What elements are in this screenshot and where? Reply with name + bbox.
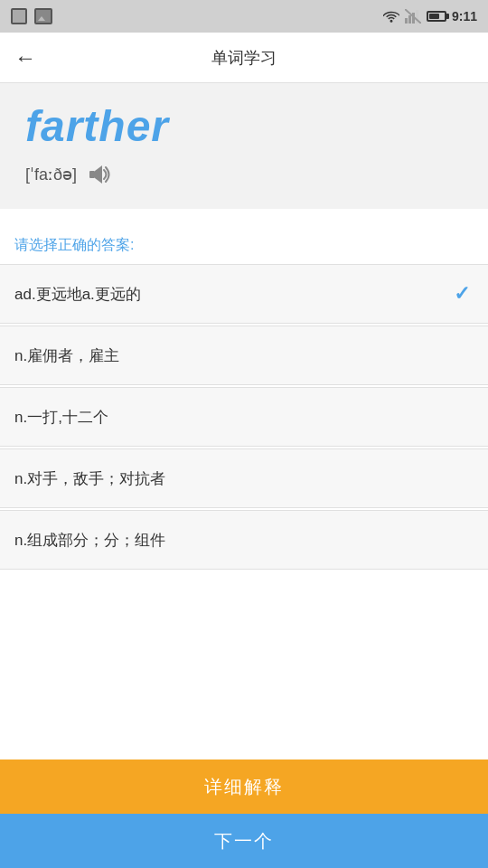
wifi-icon [383,10,399,23]
option-text-5: n.组成部分；分；组件 [14,530,165,551]
option-text-2: n.雇佣者，雇主 [14,345,119,366]
svg-rect-5 [89,171,95,178]
detail-button[interactable]: 详细解释 [0,760,488,814]
option-item-1[interactable]: ad.更远地a.更远的 ✓ [0,264,488,324]
option-text-1: ad.更远地a.更远的 [14,284,141,305]
option-item-5[interactable]: n.组成部分；分；组件 [0,510,488,570]
divider [0,209,488,227]
signal-icon [405,9,421,24]
svg-marker-6 [95,165,102,184]
status-time: 9:11 [452,9,477,24]
square-icon [11,8,27,24]
status-bar-left [11,8,52,24]
back-button[interactable]: ← [14,45,36,71]
back-arrow-icon: ← [14,45,36,71]
battery-icon [427,11,446,22]
option-item-4[interactable]: n.对手，敌手；对抗者 [0,448,488,508]
word-card: farther [ˈfaːðə] [0,83,488,209]
speaker-icon [88,162,113,187]
option-check-1: ✓ [454,282,470,306]
phonetic-row: [ˈfaːðə] [25,162,463,187]
option-text-3: n.一打,十二个 [14,407,108,428]
image-icon [34,8,52,24]
status-bar-right: 9:11 [383,9,477,24]
app-header: ← 单词学习 [0,33,488,83]
option-item-2[interactable]: n.雇佣者，雇主 [0,326,488,385]
next-button[interactable]: 下一个 [0,814,488,868]
battery-fill [429,14,439,19]
bottom-area: 详细解释 下一个 [0,760,488,868]
word-display: farther [25,101,463,151]
phonetic-text: [ˈfaːðə] [25,165,77,184]
page-title: 单词学习 [211,47,277,69]
options-list: ad.更远地a.更远的 ✓ n.雇佣者，雇主 n.一打,十二个 n.对手，敌手；… [0,264,488,570]
instruction-text: 请选择正确的答案: [0,227,488,264]
option-item-3[interactable]: n.一打,十二个 [0,387,488,447]
sound-button[interactable] [88,162,113,187]
svg-rect-1 [408,15,411,24]
svg-rect-0 [405,18,408,24]
option-text-4: n.对手，敌手；对抗者 [14,468,165,489]
status-bar: 9:11 [0,0,488,33]
